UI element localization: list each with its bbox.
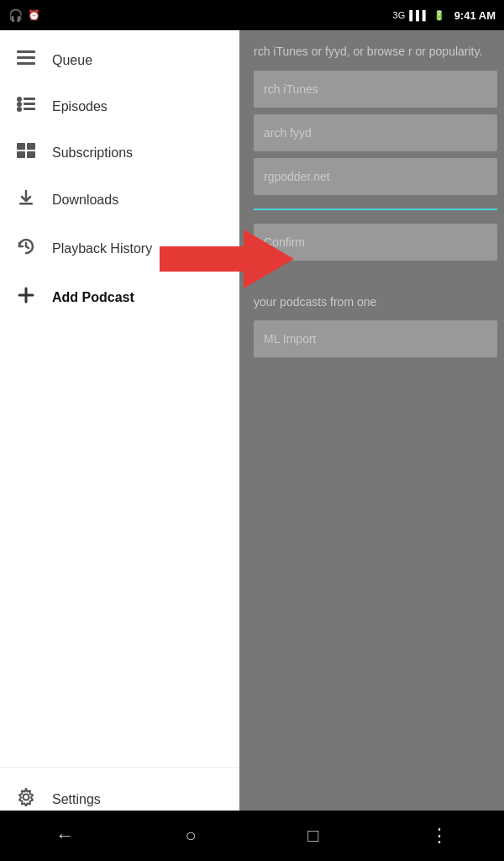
status-bar: 🎧 ⏰ 3G ▌▌▌ 🔋 9:41 AM	[0, 0, 504, 30]
status-left-icons: 🎧 ⏰	[8, 8, 40, 22]
battery-icon: 🔋	[433, 10, 445, 21]
add-podcast-label: Add Podcast	[52, 290, 134, 305]
downloads-label: Downloads	[52, 193, 118, 208]
sidebar-item-subscriptions[interactable]: Subscriptions	[0, 129, 239, 176]
playback-history-icon	[17, 237, 35, 260]
svg-point-18	[24, 795, 29, 800]
svg-point-3	[17, 97, 22, 102]
back-button[interactable]: ←	[39, 816, 91, 855]
svg-rect-9	[17, 143, 25, 150]
search-fyyd-button[interactable]: arch fyyd	[254, 114, 497, 151]
sidebar-item-queue[interactable]: Queue	[0, 37, 239, 83]
alarm-icon: ⏰	[28, 9, 40, 21]
svg-point-7	[17, 107, 22, 112]
headphones-icon: 🎧	[8, 8, 23, 22]
gpodder-button[interactable]: rgpodder.net	[254, 158, 497, 195]
svg-rect-13	[19, 203, 33, 205]
status-time: 9:41 AM	[454, 9, 496, 22]
settings-label: Settings	[52, 792, 101, 807]
playback-history-label: Playback History	[52, 241, 152, 256]
section-text: your podcasts from one	[254, 294, 494, 311]
svg-point-5	[17, 102, 22, 107]
svg-rect-6	[24, 103, 35, 105]
red-arrow-annotation	[160, 225, 294, 293]
episodes-label: Episodes	[52, 99, 108, 114]
downloads-icon	[17, 189, 35, 210]
svg-rect-2	[17, 62, 35, 65]
svg-rect-8	[24, 108, 35, 110]
svg-rect-1	[17, 56, 35, 59]
queue-label: Queue	[52, 53, 92, 68]
more-button[interactable]: ⋮	[413, 816, 465, 855]
subscriptions-icon	[17, 143, 35, 162]
signal-icon: ▌▌▌	[409, 10, 428, 20]
episodes-icon	[17, 97, 35, 116]
svg-rect-12	[27, 151, 35, 158]
search-itunes-button[interactable]: rch iTunes	[254, 71, 497, 108]
svg-rect-0	[17, 50, 35, 53]
home-button[interactable]: ○	[169, 816, 213, 855]
svg-rect-11	[17, 151, 25, 158]
sidebar-item-downloads[interactable]: Downloads	[0, 176, 239, 224]
recents-button[interactable]: □	[291, 816, 335, 855]
svg-rect-4	[24, 98, 35, 100]
svg-marker-19	[160, 230, 294, 288]
subscriptions-label: Subscriptions	[52, 145, 133, 161]
network-3g-icon: 3G	[393, 10, 406, 20]
section-divider	[254, 209, 497, 210]
content-description: rch iTunes or fyyd, or browse r or popul…	[254, 44, 494, 61]
navigation-bar: ← ○ □ ⋮	[0, 811, 504, 861]
opml-import-button[interactable]: ML Import	[254, 320, 497, 357]
add-podcast-icon	[17, 287, 35, 308]
sidebar-item-episodes[interactable]: Episodes	[0, 83, 239, 129]
settings-icon	[17, 788, 35, 811]
status-right-icons: 3G ▌▌▌ 🔋 9:41 AM	[393, 9, 496, 22]
svg-line-15	[26, 246, 29, 248]
content-inner: rch iTunes or fyyd, or browse r or popul…	[244, 30, 504, 378]
drawer-menu: Queue Episodes	[0, 30, 239, 767]
navigation-drawer: Queue Episodes	[0, 30, 239, 831]
svg-rect-10	[27, 143, 35, 150]
queue-icon	[17, 50, 35, 70]
